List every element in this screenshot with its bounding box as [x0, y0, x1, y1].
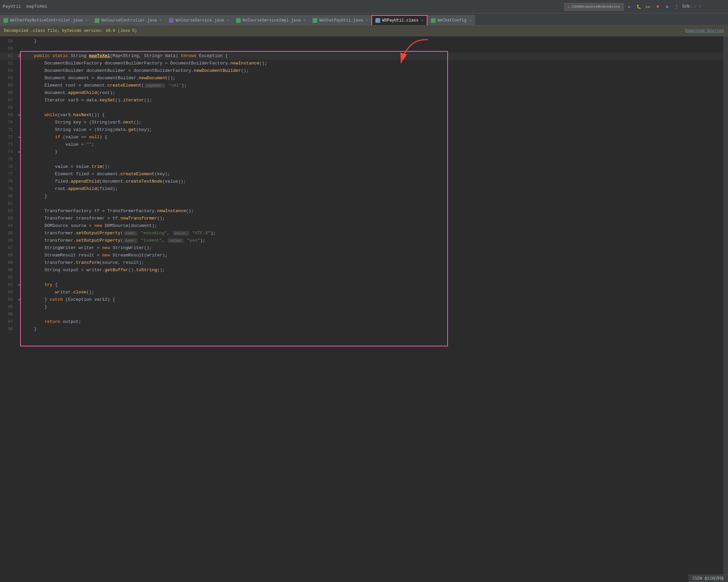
tab-wxcoursecontroller[interactable]: WxCourseController.java ×: [91, 15, 165, 25]
tab-wechatpaynotice[interactable]: WeChatPayNoticeController.java ×: [0, 15, 91, 25]
editor-area: 59 } 60 61 @ public static String mapToX…: [0, 36, 728, 582]
code-line: 64 Document document = documentBuilder.n…: [0, 75, 723, 82]
tab-label: WeChatPayUtil.java: [319, 18, 363, 23]
svn-check-icon: ✓: [694, 4, 697, 10]
tab-close-icon[interactable]: ×: [303, 19, 306, 23]
code-line: 75: [0, 156, 723, 163]
code-line: 72 ▶ if (value == null) {: [0, 134, 723, 141]
tab-wxpayutil-class[interactable]: WXPayUtil.class ×: [371, 15, 427, 25]
code-line: 67 Iterator var5 = data.keySet().iterato…: [0, 97, 723, 104]
more-icon[interactable]: ⋮: [673, 3, 680, 10]
tab-close-icon[interactable]: ×: [85, 19, 88, 23]
tab-wechatconfig[interactable]: WeChatConfig ×: [427, 15, 475, 25]
right-scrollbar[interactable]: [723, 36, 728, 582]
code-line: 95 }: [0, 303, 723, 311]
bookmark-icon: ▶: [19, 134, 21, 141]
notice-banner: Decompiled .class file, bytecode version…: [0, 26, 728, 36]
tab-close-icon[interactable]: ×: [469, 19, 471, 23]
svn-status-icon: ↑: [699, 4, 701, 9]
class-icon: [375, 18, 380, 23]
annotation-marker: @: [19, 52, 21, 60]
code-line: 82 TransformerFactory tf = TransformerFa…: [0, 207, 723, 215]
json-tab-close-icon: ✕: [568, 5, 570, 9]
java-icon: [236, 18, 241, 23]
code-line: 78 filed.appendChild(document.createText…: [0, 178, 723, 185]
code-line: 93 writer.close();: [0, 289, 723, 296]
bookmark-icon: ▶: [19, 111, 21, 119]
tab-close-icon[interactable]: ×: [366, 19, 368, 23]
code-line: 90 String output = writer.getBuffer().to…: [0, 266, 723, 274]
code-line: 85 transformer.setOutputProperty(name: "…: [0, 230, 723, 237]
json-tab[interactable]: ✕ JSONResponseBodyAdvice: [564, 3, 624, 11]
download-sources-link[interactable]: Download Sources: [685, 29, 724, 33]
run2-icon[interactable]: ▶▶: [645, 3, 652, 10]
code-line: 81: [0, 200, 723, 207]
java-icon: [313, 18, 317, 23]
code-line: 88 StreamResult result = new StreamResul…: [0, 252, 723, 259]
app-name: PayUtil: [3, 4, 21, 9]
code-line: 94 ▶ } catch (Exception var12) {: [0, 296, 723, 303]
tab-wechatpayutil[interactable]: WeChatPayUtil.java ×: [309, 15, 371, 25]
code-line: 74 ▶ }: [0, 148, 723, 156]
code-line: 77 Element filed = document.createElemen…: [0, 170, 723, 178]
stop-icon[interactable]: ■: [654, 3, 661, 10]
code-line: 70 String key = (String)var5.next();: [0, 119, 723, 126]
code-container[interactable]: 59 } 60 61 @ public static String mapToX…: [0, 36, 723, 582]
code-line: 98 }: [0, 325, 723, 333]
bookmark-icon: ▶: [19, 148, 21, 156]
code-line: 87 StringWriter writer = new StringWrite…: [0, 244, 723, 252]
code-line: 63 DocumentBuilder documentBuilder = doc…: [0, 67, 723, 75]
code-line: 79 root.appendChild(filed);: [0, 185, 723, 193]
java-icon: [3, 18, 8, 23]
settings-icon[interactable]: ⚙: [664, 3, 671, 10]
tab-label: WXPayUtil.class: [382, 18, 418, 23]
code-line: 91: [0, 274, 723, 281]
code-line: 59 }: [0, 37, 723, 45]
bookmark-icon: ▶: [19, 296, 21, 303]
svn-label: SVN:: [682, 4, 692, 9]
bottom-label: CSDN @12程序猿: [693, 576, 724, 581]
code-line: 73 value = "";: [0, 141, 723, 148]
run-icon[interactable]: ▶: [626, 3, 633, 10]
tab-label: WxCourseService.java: [176, 18, 224, 23]
code-line: 97 return output;: [0, 318, 723, 325]
code-line: 65 Element root = document.createElement…: [0, 82, 723, 89]
code-line: 68: [0, 104, 723, 111]
toolbar-right: ✕ JSONResponseBodyAdvice ▶ 🐛 ▶▶ ■ ⚙ ⋮ SV…: [564, 0, 701, 14]
code-line: 92 ▶ try {: [0, 281, 723, 289]
bookmark-icon: ▶: [19, 281, 21, 289]
code-line: 60: [0, 45, 723, 52]
tab-wxcourseservice[interactable]: WxCourseService.java ×: [165, 15, 233, 25]
code-line: 71 String value = (String)data.get(key);: [0, 126, 723, 134]
bottom-bar: CSDN @12程序猿: [688, 575, 728, 582]
interface-icon: [169, 18, 174, 23]
code-line: 69 ▶ while(var5.hasNext()) {: [0, 111, 723, 119]
tab-wxcourseserviceimpl[interactable]: WxCourseServiceImpl.java ×: [233, 15, 309, 25]
tab-label: WxCourseServiceImpl.java: [243, 18, 301, 23]
code-line: 96: [0, 311, 723, 318]
code-line: 89 transformer.transform(source, result)…: [0, 259, 723, 266]
code-line: 84 DOMSource source = new DOMSource(docu…: [0, 222, 723, 230]
top-toolbar: PayUtil mapToXml ✕ JSONResponseBodyAdvic…: [0, 0, 728, 14]
tab-label: WxCourseController.java: [101, 18, 157, 23]
code-line: 86 transformer.setOutputProperty(name: "…: [0, 237, 723, 244]
file-name: mapToXml: [27, 4, 47, 9]
code-line: 83 Transformer transformer = tf.newTrans…: [0, 215, 723, 222]
code-lines: 59 } 60 61 @ public static String mapToX…: [0, 36, 723, 334]
code-line-61: 61 @ public static String mapToXml(Map<S…: [0, 52, 723, 60]
debug-icon[interactable]: 🐛: [635, 3, 643, 10]
notice-text: Decompiled .class file, bytecode version…: [4, 29, 137, 33]
tab-close-icon[interactable]: ×: [159, 19, 162, 23]
code-line: 62 DocumentBuilderFactory documentBuilde…: [0, 60, 723, 67]
code-line: 66 document.appendChild(root);: [0, 89, 723, 97]
tab-bar: WeChatPayNoticeController.java × WxCours…: [0, 14, 728, 26]
tab-close-icon[interactable]: ×: [421, 19, 423, 23]
code-line: 80 }: [0, 193, 723, 200]
tab-label: WeChatConfig: [438, 18, 466, 23]
tab-label: WeChatPayNoticeController.java: [10, 18, 83, 23]
json-tab-label: JSONResponseBodyAdvice: [571, 5, 620, 9]
java-icon: [95, 18, 99, 23]
java-icon: [431, 18, 436, 23]
tab-close-icon[interactable]: ×: [227, 19, 229, 23]
code-line: 76 value = value.trim();: [0, 163, 723, 170]
